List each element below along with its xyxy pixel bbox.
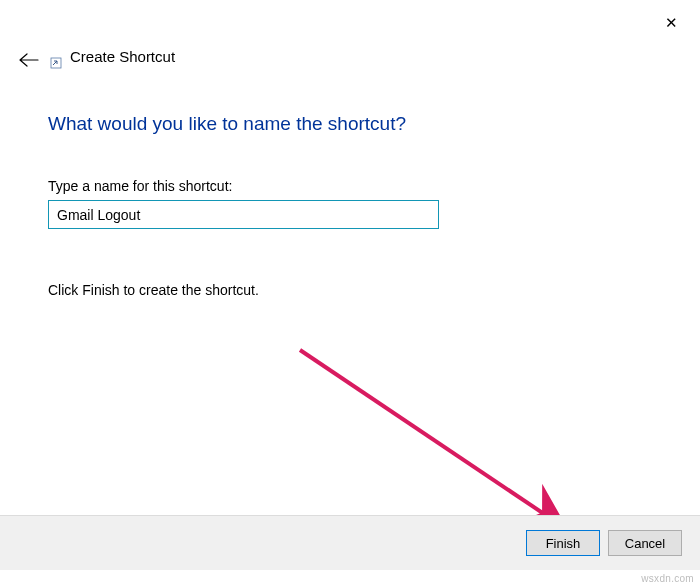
- svg-rect-0: [51, 58, 61, 68]
- cancel-button[interactable]: Cancel: [608, 530, 682, 556]
- watermark-text: wsxdn.com: [641, 573, 694, 584]
- wizard-footer: Finish Cancel: [0, 515, 700, 570]
- wizard-heading: What would you like to name the shortcut…: [48, 113, 406, 135]
- svg-line-1: [300, 350, 562, 526]
- shortcut-wizard-icon: [50, 57, 62, 69]
- page-title: Create Shortcut: [70, 48, 175, 65]
- finish-button[interactable]: Finish: [526, 530, 600, 556]
- close-icon[interactable]: ✕: [665, 14, 678, 32]
- shortcut-name-input[interactable]: [48, 200, 439, 229]
- finish-instruction: Click Finish to create the shortcut.: [48, 282, 259, 298]
- shortcut-name-label: Type a name for this shortcut:: [48, 178, 232, 194]
- back-arrow-icon[interactable]: [18, 52, 40, 68]
- annotation-arrow-icon: [292, 342, 582, 542]
